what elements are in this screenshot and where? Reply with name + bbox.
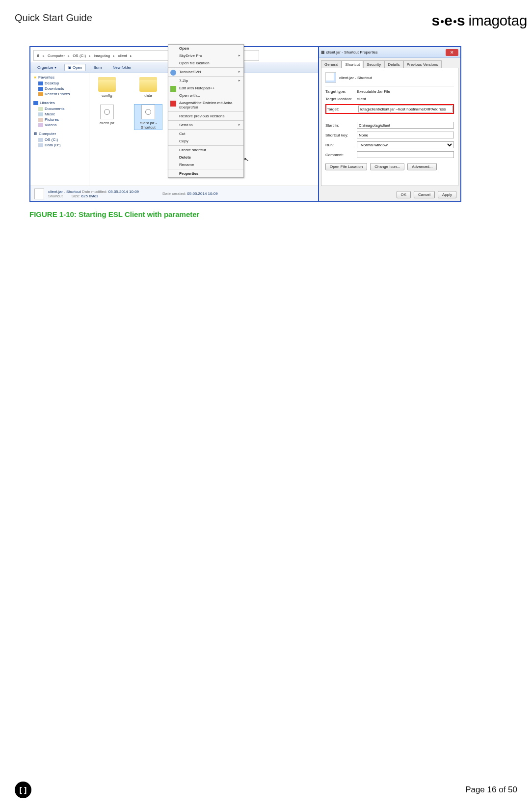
startin-label: Start in:: [325, 123, 354, 128]
ctx-open-with[interactable]: Open with...: [168, 92, 243, 99]
jar-icon: [141, 105, 155, 119]
tab-shortcut[interactable]: Shortcut: [342, 60, 363, 68]
explorer-window: 🖥 Computer OS (C:) imagotag client Organ…: [30, 47, 318, 201]
page-number: Page 16 of 50: [465, 785, 517, 795]
figure-caption: FIGURE 1-10: Starting ESL Client with pa…: [29, 210, 527, 218]
startin-input[interactable]: [357, 122, 454, 129]
brand-logo: ses imagotag: [432, 12, 527, 29]
nav-pictures[interactable]: Pictures: [33, 117, 86, 122]
target-location-label: Target location:: [325, 97, 354, 101]
organize-button[interactable]: Organize ▾: [34, 64, 59, 71]
close-icon[interactable]: ✕: [446, 49, 458, 56]
burn-button[interactable]: Burn: [91, 64, 105, 71]
file-client-jar[interactable]: client.jar: [93, 105, 121, 130]
folder-icon: [98, 77, 116, 92]
ctx-cut[interactable]: Cut: [168, 130, 243, 137]
footer-badge: []: [15, 782, 31, 798]
dialog-button-row: OK Cancel Apply: [319, 188, 460, 201]
ctx-send-to[interactable]: Send to: [168, 121, 243, 129]
page-header-title: Quick Start Guide: [15, 12, 92, 24]
ctx-create-shortcut[interactable]: Create shortcut: [168, 146, 243, 154]
change-icon-button[interactable]: Change Icon...: [370, 163, 404, 170]
computer-icon: 🖥: [36, 54, 40, 58]
folder-data[interactable]: data: [134, 77, 162, 98]
properties-tabs: General Shortcut Security Details Previo…: [319, 58, 460, 68]
ctx-copy[interactable]: Copy: [168, 137, 243, 145]
properties-titlebar[interactable]: ▦ client.jar - Shortcut Properties ✕: [319, 47, 460, 58]
figure-screenshot: 🖥 Computer OS (C:) imagotag client Organ…: [29, 46, 461, 202]
nav-data-d[interactable]: Data (D:): [33, 142, 86, 148]
ctx-restore[interactable]: Restore previous versions: [168, 112, 243, 120]
context-menu: Open SkyDrive Pro Open file location Tor…: [168, 44, 244, 178]
star-icon: ★: [33, 75, 37, 80]
ok-button[interactable]: OK: [397, 191, 411, 198]
apply-button[interactable]: Apply: [438, 191, 456, 198]
ctx-notepadpp[interactable]: Edit with Notepad++: [168, 84, 243, 92]
library-icon: [33, 101, 38, 105]
tortoise-icon: [170, 70, 176, 76]
shortcutkey-input[interactable]: [357, 132, 454, 138]
ctx-7zip[interactable]: 7-Zip: [168, 77, 243, 84]
run-select[interactable]: Normal window: [357, 141, 454, 148]
ctx-rename[interactable]: Rename: [168, 161, 243, 168]
breadcrumb-item[interactable]: OS (C:): [73, 54, 86, 58]
ctx-avira[interactable]: Ausgewählte Dateien mit Avira überprüfen: [168, 99, 243, 111]
target-type-label: Target type:: [325, 89, 354, 94]
folder-icon: [139, 77, 157, 92]
cancel-button[interactable]: Cancel: [414, 191, 435, 198]
logo-ses: ses: [432, 12, 466, 29]
ctx-open-location[interactable]: Open file location: [168, 59, 243, 67]
explorer-nav-pane: ★Favorites Desktop Downloads Recent Plac…: [30, 73, 89, 186]
nav-downloads[interactable]: Downloads: [33, 86, 86, 91]
avira-icon: [170, 101, 176, 107]
breadcrumb-item[interactable]: imagotag: [94, 54, 110, 58]
nav-libraries[interactable]: Libraries: [40, 101, 55, 105]
open-button[interactable]: ▣ Open: [64, 64, 86, 71]
folder-config[interactable]: config: [93, 77, 121, 98]
nav-desktop[interactable]: Desktop: [33, 81, 86, 86]
ctx-open[interactable]: Open: [168, 45, 243, 52]
breadcrumb-item[interactable]: Computer: [48, 54, 65, 58]
jar-icon: [100, 105, 114, 119]
advanced-button[interactable]: Advanced...: [407, 163, 437, 170]
computer-icon: 🖥: [33, 132, 37, 136]
tab-security[interactable]: Security: [363, 60, 384, 68]
nav-recent[interactable]: Recent Places: [33, 91, 86, 97]
breadcrumb-item[interactable]: client: [118, 54, 127, 58]
ctx-skydrive[interactable]: SkyDrive Pro: [168, 52, 243, 59]
nav-documents[interactable]: Documents: [33, 106, 86, 111]
shortcut-type-icon: [325, 72, 336, 83]
window-icon: ▦: [321, 50, 325, 54]
logo-imagotag: imagotag: [469, 12, 527, 29]
run-label: Run:: [325, 143, 354, 147]
explorer-status-bar: client.jar - Shortcut Date modified: 05.…: [30, 186, 318, 201]
shortcut-name: client.jar - Shortcut: [339, 76, 454, 80]
comment-label: Comment:: [325, 153, 354, 157]
ctx-properties[interactable]: Properties: [168, 170, 243, 177]
open-file-location-button[interactable]: Open File Location: [325, 163, 367, 170]
nav-os-c[interactable]: OS (C:): [33, 137, 86, 142]
nav-favorites[interactable]: Favorites: [38, 75, 54, 80]
nav-music[interactable]: Music: [33, 111, 86, 117]
tab-general[interactable]: General: [321, 60, 342, 68]
notepadpp-icon: [170, 86, 176, 92]
target-location-value: client: [357, 97, 454, 101]
new-folder-button[interactable]: New folder: [109, 64, 134, 71]
tab-previous-versions[interactable]: Previous Versions: [403, 60, 442, 68]
file-client-jar-shortcut[interactable]: client.jar - Shortcut: [134, 105, 162, 130]
nav-videos[interactable]: Videos: [33, 122, 86, 128]
nav-computer[interactable]: Computer: [39, 132, 56, 136]
status-thumb-icon: [34, 189, 44, 199]
tab-details[interactable]: Details: [384, 60, 403, 68]
target-type-value: Executable Jar File: [357, 89, 454, 94]
ctx-tortoisesvn[interactable]: TortoiseSVN: [168, 68, 243, 76]
properties-body: client.jar - Shortcut Target type:Execut…: [321, 68, 458, 186]
ctx-delete[interactable]: Delete: [168, 154, 243, 161]
shortcutkey-label: Shortcut key:: [325, 133, 354, 137]
target-label: Target:: [327, 107, 355, 111]
comment-input[interactable]: [357, 151, 454, 158]
properties-dialog: ▦ client.jar - Shortcut Properties ✕ Gen…: [318, 47, 460, 201]
target-input[interactable]: [358, 106, 452, 112]
